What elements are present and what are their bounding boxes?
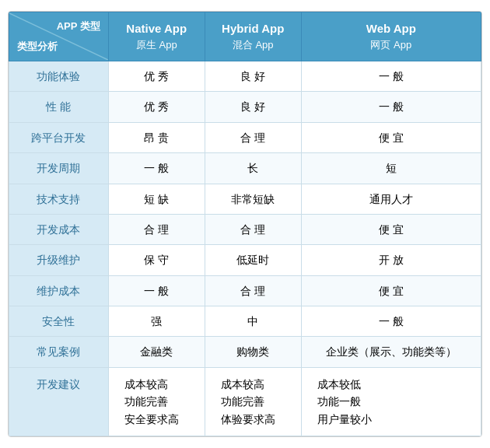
row-cell: 便 宜 [301,122,481,152]
row-cell: 金融类 [108,337,205,367]
row-label: 维护成本 [9,275,109,306]
row-cell: 优 秀 [108,92,205,122]
row-label: 开发成本 [9,214,109,244]
row-cell: 长 [205,153,301,184]
row-cell: 非常短缺 [205,184,301,214]
row-cell: 通用人才 [301,184,481,214]
col3-header: Web App 网页 App [301,12,481,61]
row-cell: 合 理 [205,275,301,306]
row-cell: 一 般 [301,61,481,91]
row-cell: 购物类 [205,337,301,367]
row-cell: 合 理 [205,214,301,244]
row-cell: 成本较低 功能一般 用户量较小 [301,367,481,436]
row-cell: 便 宜 [301,275,481,306]
row-label: 常见案例 [9,337,109,367]
row-cell: 成本较高 功能完善 安全要求高 [108,367,205,436]
row-cell: 中 [205,306,301,337]
col1-header-main: Native App [114,20,200,38]
row-label: 跨平台开发 [9,122,109,152]
col3-header-sub: 网页 App [306,37,476,53]
row-cell: 合 理 [205,122,301,152]
row-label: 开发建议 [9,367,109,436]
row-cell: 短 [301,153,481,184]
row-cell: 便 宜 [301,214,481,244]
row-cell: 昂 贵 [108,122,205,152]
comparison-table: APP 类型 类型分析 Native App 原生 App Hybrid App… [8,11,482,437]
row-cell: 短 缺 [108,184,205,214]
row-cell: 优 秀 [108,61,205,91]
row-cell: 一 般 [108,153,205,184]
row-cell: 开 放 [301,245,481,275]
row-cell: 一 般 [301,306,481,337]
row-label: 开发周期 [9,153,109,184]
row-cell: 强 [108,306,205,337]
row-cell: 成本较高 功能完善 体验要求高 [205,367,301,436]
row-label: 安全性 [9,306,109,337]
col2-header-main: Hybrid App [210,20,296,38]
row-cell: 一 般 [301,92,481,122]
col2-header-sub: 混合 App [210,37,296,53]
row-cell: 低延时 [205,245,301,275]
row-label: 技术支持 [9,184,109,214]
col3-header-main: Web App [306,20,476,38]
col1-header-sub: 原生 App [114,37,200,53]
row-cell: 企业类（展示、功能类等） [301,337,481,367]
row-cell: 保 守 [108,245,205,275]
corner-bottom-text: 类型分析 [17,40,58,54]
row-cell: 合 理 [108,214,205,244]
corner-header: APP 类型 类型分析 [9,12,109,61]
col1-header: Native App 原生 App [108,12,205,61]
row-cell: 一 般 [108,275,205,306]
col2-header: Hybrid App 混合 App [205,12,301,61]
row-label: 性 能 [9,92,109,122]
row-cell: 良 好 [205,92,301,122]
row-cell: 良 好 [205,61,301,91]
row-label: 升级维护 [9,245,109,275]
corner-top-text: APP 类型 [57,19,100,33]
row-label: 功能体验 [9,61,109,91]
